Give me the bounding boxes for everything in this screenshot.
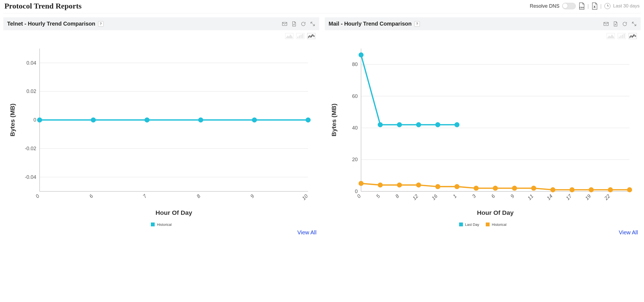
panel-title: Telnet - Hourly Trend Comparison ? [7,21,104,27]
telnet-chart: -0.04-0.0200.020.040678910Hour Of DayByt… [6,40,317,221]
help-icon[interactable]: ? [98,21,104,27]
chart-area: -0.04-0.0200.020.040678910Hour Of DayByt… [3,39,319,221]
svg-text:-0.02: -0.02 [25,145,36,151]
export-xls-button[interactable]: X [592,2,598,10]
panel-actions [282,21,315,27]
svg-point-66 [435,122,440,127]
svg-point-76 [512,186,517,191]
xls-icon-label: X [592,5,598,9]
panel-title: Mail - Hourly Trend Comparison ? [329,21,420,27]
svg-text:3: 3 [471,193,477,199]
svg-point-62 [359,52,363,57]
panel-header: Mail - Hourly Trend Comparison ? [325,17,641,30]
svg-text:14: 14 [546,193,554,201]
svg-point-77 [531,186,536,191]
mail-icon[interactable] [282,21,287,27]
svg-rect-35 [624,34,625,38]
svg-rect-31 [604,22,609,26]
pdf-icon[interactable] [613,21,618,27]
svg-text:17: 17 [565,193,573,201]
svg-text:0: 0 [356,193,362,199]
clock-icon[interactable] [604,3,610,9]
svg-point-27 [252,117,257,122]
svg-text:7: 7 [142,193,148,199]
svg-text:20: 20 [352,157,358,162]
svg-point-75 [493,186,498,191]
export-csv-button[interactable]: CSV [579,2,585,10]
svg-point-70 [397,182,402,187]
page-title: Protocol Trend Reports [4,2,82,10]
chart-type-row [3,30,319,39]
view-all-row: View All [325,228,641,236]
chart-type-row [325,30,641,39]
mail-chart: 020406080058121613691114171922Hour Of Da… [327,40,638,221]
svg-point-72 [435,184,440,189]
svg-point-63 [378,122,383,127]
svg-text:0.02: 0.02 [26,88,36,94]
view-all-link[interactable]: View All [619,229,638,235]
panel-header: Telnet - Hourly Trend Comparison ? [3,17,319,30]
time-period-label[interactable]: Last 30 days [613,3,640,9]
resolve-dns-toggle[interactable] [562,3,576,9]
svg-rect-0 [282,22,287,26]
svg-text:80: 80 [352,61,358,67]
top-bar: Protocol Trend Reports Resolve DNS CSV |… [3,1,641,13]
svg-text:0: 0 [34,117,36,123]
line-chart-button[interactable] [629,33,637,39]
svg-text:Bytes (MB): Bytes (MB) [9,103,16,136]
svg-text:9: 9 [249,193,255,199]
refresh-icon[interactable] [301,21,306,27]
svg-text:Hour Of Day: Hour Of Day [156,209,192,216]
svg-text:1: 1 [452,193,458,199]
expand-icon[interactable] [631,21,637,27]
bar-chart-button[interactable] [296,33,304,39]
svg-point-73 [454,184,459,189]
view-all-row: View All [3,228,319,236]
svg-point-82 [627,187,632,192]
svg-text:8: 8 [195,193,202,199]
svg-point-28 [306,117,310,122]
svg-point-74 [474,186,479,191]
svg-point-69 [378,182,383,187]
svg-text:5: 5 [375,193,381,199]
svg-point-71 [416,182,421,187]
svg-point-65 [416,122,421,127]
svg-rect-34 [622,35,623,38]
area-chart-button[interactable] [607,33,615,39]
line-chart-button[interactable] [307,33,315,39]
pdf-icon[interactable] [291,21,297,27]
svg-text:-0.04: -0.04 [25,174,36,180]
view-all-link[interactable]: View All [297,229,317,235]
help-icon[interactable]: ? [414,21,420,27]
svg-rect-33 [620,35,621,38]
svg-point-68 [359,181,363,186]
resolve-dns-label: Resolve DNS [530,3,559,9]
expand-icon[interactable] [310,21,315,27]
legend-item-historical[interactable]: Historical [151,223,171,227]
area-chart-button[interactable] [285,33,293,39]
csv-icon-label: CSV [579,6,585,9]
svg-text:9: 9 [509,193,515,199]
panels-row: Telnet - Hourly Trend Comparison ? -0.04… [3,17,641,236]
refresh-icon[interactable] [622,21,628,27]
panel-title-text: Telnet - Hourly Trend Comparison [7,21,95,27]
legend-item-historical[interactable]: Historical [486,223,506,227]
svg-text:22: 22 [603,193,611,201]
svg-rect-2 [299,35,300,38]
bar-chart-button[interactable] [618,33,626,39]
svg-point-79 [570,187,574,192]
legend-item-lastday[interactable]: Last Day [459,223,479,227]
svg-point-24 [91,117,96,122]
svg-text:11: 11 [526,193,534,201]
svg-rect-3 [301,35,302,38]
chart-area: 020406080058121613691114171922Hour Of Da… [325,39,641,221]
legend: Historical [3,221,319,228]
mail-icon[interactable] [603,21,609,27]
svg-point-67 [454,122,459,127]
panel-actions [603,21,637,27]
svg-point-80 [589,187,594,192]
svg-rect-1 [297,37,298,38]
top-controls: Resolve DNS CSV | X | Last 30 days [530,2,640,10]
svg-text:60: 60 [352,93,358,99]
svg-text:6: 6 [490,193,496,199]
